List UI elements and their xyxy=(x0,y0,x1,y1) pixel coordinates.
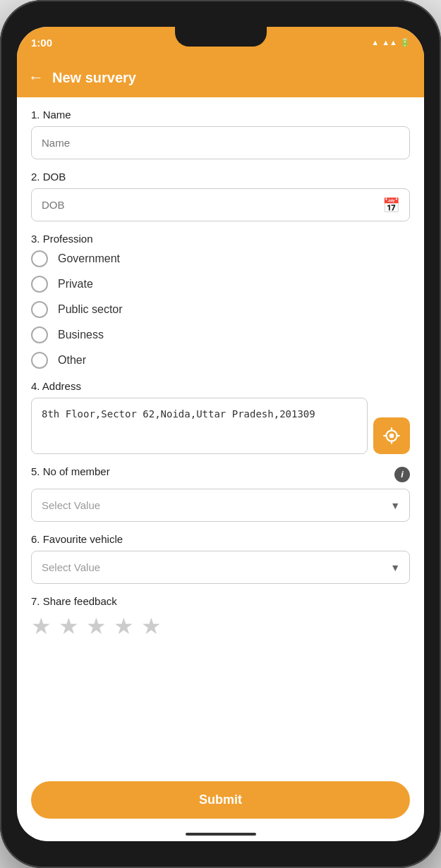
radio-label-business: Business xyxy=(58,329,104,341)
vehicle-section: 6. Favourite vehicle Select Value Car Bi… xyxy=(31,533,410,584)
svg-point-0 xyxy=(389,434,394,439)
radio-circle-government[interactable] xyxy=(31,250,48,267)
submit-area: Submit xyxy=(17,767,424,841)
radio-business[interactable]: Business xyxy=(31,326,410,343)
vehicle-select-wrapper: Select Value Car Bike Bus ▼ xyxy=(31,551,410,584)
back-button[interactable]: ← xyxy=(28,68,44,87)
profession-label: 3. Profession xyxy=(31,233,410,245)
home-indicator xyxy=(186,833,256,836)
member-section: 5. No of member i Select Value 1 2 3 4 5… xyxy=(31,465,410,522)
radio-government[interactable]: Government xyxy=(31,250,410,267)
address-wrapper: 8th Floor,Sector 62,Noida,Uttar Pradesh,… xyxy=(31,398,410,454)
star-4[interactable]: ★ xyxy=(114,613,134,640)
radio-circle-private[interactable] xyxy=(31,276,48,293)
star-5[interactable]: ★ xyxy=(141,613,162,640)
status-time: 1:00 xyxy=(31,37,52,49)
dob-wrapper: 📅 xyxy=(31,188,410,221)
profession-radio-group: Government Private Public sector Busines… xyxy=(31,250,410,369)
phone-shell: 1:00 ▲ ▲▲ 🔋 ← New survery 1. Name xyxy=(0,0,441,868)
vehicle-label: 6. Favourite vehicle xyxy=(31,533,410,545)
radio-label-public-sector: Public sector xyxy=(58,303,123,316)
radio-public-sector[interactable]: Public sector xyxy=(31,301,410,318)
address-input[interactable]: 8th Floor,Sector 62,Noida,Uttar Pradesh,… xyxy=(31,398,368,454)
star-2[interactable]: ★ xyxy=(59,613,79,640)
profession-section: 3. Profession Government Private Public … xyxy=(31,233,410,369)
form-scroll-area: 1. Name 2. DOB 📅 3. Profession xyxy=(17,97,424,767)
dob-label: 2. DOB xyxy=(31,171,410,183)
app-bar: ← New survery xyxy=(17,58,424,97)
submit-button[interactable]: Submit xyxy=(31,781,410,819)
location-button[interactable] xyxy=(373,417,410,454)
member-header: 5. No of member i xyxy=(31,465,410,483)
radio-label-private: Private xyxy=(58,278,93,291)
radio-label-government: Government xyxy=(58,252,120,265)
phone-screen: 1:00 ▲ ▲▲ 🔋 ← New survery 1. Name xyxy=(17,27,424,841)
stars-row: ★ ★ ★ ★ ★ xyxy=(31,613,410,640)
radio-circle-other[interactable] xyxy=(31,352,48,369)
radio-circle-public-sector[interactable] xyxy=(31,301,48,318)
info-icon[interactable]: i xyxy=(394,467,410,482)
name-label: 1. Name xyxy=(31,109,410,121)
radio-private[interactable]: Private xyxy=(31,276,410,293)
name-section: 1. Name xyxy=(31,109,410,159)
wifi-icon: ▲ xyxy=(371,38,379,47)
radio-circle-business[interactable] xyxy=(31,326,48,343)
page-title: New survery xyxy=(52,70,136,86)
member-select[interactable]: Select Value 1 2 3 4 5+ xyxy=(31,489,410,522)
address-section: 4. Address 8th Floor,Sector 62,Noida,Utt… xyxy=(31,380,410,454)
star-3[interactable]: ★ xyxy=(86,613,107,640)
notch xyxy=(175,27,267,47)
vehicle-select[interactable]: Select Value Car Bike Bus xyxy=(31,551,410,584)
calendar-icon[interactable]: 📅 xyxy=(382,197,400,214)
radio-other[interactable]: Other xyxy=(31,352,410,369)
signal-icon: ▲▲ xyxy=(382,38,397,47)
member-select-wrapper: Select Value 1 2 3 4 5+ ▼ xyxy=(31,489,410,522)
dob-input[interactable] xyxy=(31,188,410,221)
name-input[interactable] xyxy=(31,126,410,159)
address-label: 4. Address xyxy=(31,380,410,392)
battery-icon: 🔋 xyxy=(400,38,410,47)
member-label: 5. No of member xyxy=(31,465,111,477)
star-1[interactable]: ★ xyxy=(31,613,52,640)
feedback-section: 7. Share feedback ★ ★ ★ ★ ★ xyxy=(31,595,410,640)
dob-section: 2. DOB 📅 xyxy=(31,171,410,221)
feedback-label: 7. Share feedback xyxy=(31,595,410,607)
radio-label-other: Other xyxy=(58,354,86,367)
status-icons: ▲ ▲▲ 🔋 xyxy=(371,38,410,47)
